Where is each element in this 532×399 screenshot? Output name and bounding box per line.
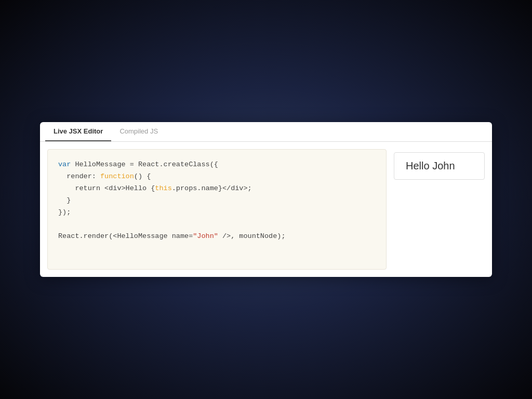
code-token: }); xyxy=(58,208,71,216)
code-token: />, mountNode); xyxy=(218,232,286,240)
code-token: .props.name}</div>; xyxy=(172,184,252,192)
code-token: } xyxy=(58,196,71,204)
tab-compiled-js[interactable]: Compiled JS xyxy=(111,122,166,141)
code-line: return <div>Hello {this.props.name}</div… xyxy=(58,183,376,195)
code-token: var xyxy=(58,161,75,168)
code-editor[interactable]: var HelloMessage = React.createClass({ r… xyxy=(47,149,387,270)
code-token: this xyxy=(155,184,171,192)
code-line: React.render(<HelloMessage name="John" /… xyxy=(58,231,376,243)
code-token: render: xyxy=(58,172,100,180)
code-token: React.render(<HelloMessage name= xyxy=(58,232,193,240)
code-line: var HelloMessage = React.createClass({ xyxy=(58,159,376,171)
code-line: }); xyxy=(58,207,376,219)
code-token: () { xyxy=(134,172,151,180)
tabs-bar: Live JSX Editor Compiled JS xyxy=(40,122,492,142)
code-line: } xyxy=(58,195,376,207)
content-area: var HelloMessage = React.createClass({ r… xyxy=(40,142,492,277)
code-token: function xyxy=(100,172,134,180)
code-token: "John" xyxy=(193,232,218,240)
main-panel: Live JSX Editor Compiled JS var HelloMes… xyxy=(40,122,492,277)
preview-panel: Hello John xyxy=(394,149,485,270)
code-line xyxy=(58,219,376,231)
code-token: return <div>Hello { xyxy=(58,184,155,192)
code-line: render: function() { xyxy=(58,171,376,183)
code-token: HelloMessage = React.createClass({ xyxy=(75,161,218,168)
tab-live-jsx-editor[interactable]: Live JSX Editor xyxy=(45,122,111,141)
hello-output: Hello John xyxy=(394,152,485,180)
